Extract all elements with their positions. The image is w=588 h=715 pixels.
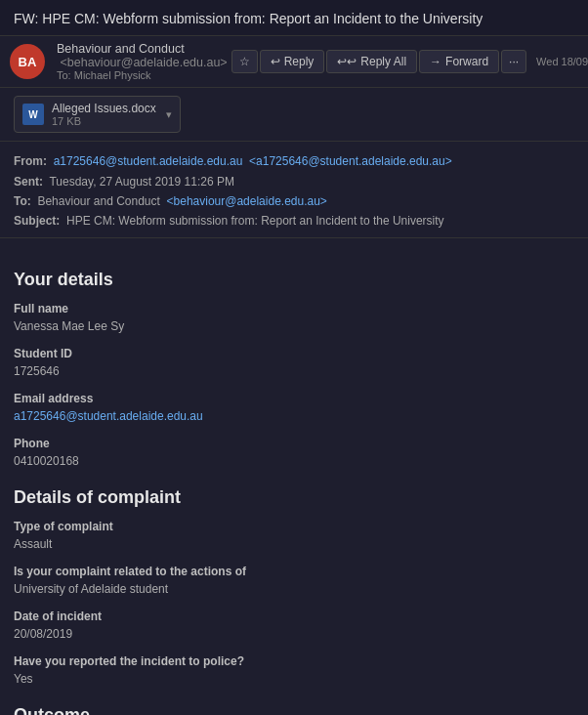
meta-to: To: Behaviour and Conduct <behaviour@ade… [14, 191, 574, 211]
date-label: Date of incident [14, 610, 574, 623]
email-value: a1725646@student.adelaide.edu.au [14, 407, 574, 425]
attachment-info: Alleged Issues.docx 17 KB [52, 102, 156, 127]
type-value: Assault [14, 535, 574, 553]
from-email-display: <a1725646@student.adelaide.edu.au> [249, 154, 452, 168]
sent-label: Sent: [14, 175, 43, 189]
forward-arrow-icon: → [430, 55, 441, 68]
reply-all-arrow-icon: ↩↩ [337, 55, 357, 68]
student-id-label: Student ID [14, 347, 574, 360]
title-bar: FW: HPE CM: Webform submission from: Rep… [0, 0, 588, 36]
full-name-value: Vanessa Mae Lee Sy [14, 317, 574, 335]
word-icon: W [22, 104, 44, 125]
to-label: To: [14, 194, 31, 208]
forward-label: Forward [445, 55, 488, 68]
chevron-down-icon: ▾ [166, 108, 172, 121]
police-value: Yes [14, 670, 574, 688]
star-button[interactable]: ☆ [231, 50, 258, 73]
sender-to: To: Michael Physick [57, 69, 228, 81]
action-buttons: ☆ ↩ Reply ↩↩ Reply All → Forward ··· [231, 50, 526, 73]
to-value: Behaviour and Conduct [37, 194, 159, 208]
meta-sent: Sent: Tuesday, 27 August 2019 11:26 PM [14, 172, 574, 191]
from-email-link[interactable]: a1725646@student.adelaide.edu.au [54, 154, 243, 168]
date-value: 20/08/2019 [14, 625, 574, 643]
meta-from: From: a1725646@student.adelaide.edu.au <… [14, 151, 574, 171]
attachment[interactable]: W Alleged Issues.docx 17 KB ▾ [14, 96, 181, 133]
attachment-size: 17 KB [52, 115, 156, 127]
forward-button[interactable]: → Forward [419, 50, 499, 73]
reply-button[interactable]: ↩ Reply [260, 50, 325, 73]
related-label: Is your complaint related to the actions… [14, 565, 574, 578]
meta-subject: Subject: HPE CM: Webform submission from… [14, 211, 574, 231]
sender-name: Behaviour and Conduct <behaviour@adelaid… [57, 42, 228, 69]
student-id-value: 1725646 [14, 362, 574, 380]
avatar: BA [10, 44, 45, 79]
police-label: Have you reported the incident to police… [14, 654, 574, 668]
complaint-heading: Details of complaint [14, 487, 574, 508]
reply-all-label: Reply All [360, 55, 406, 68]
full-name-label: Full name [14, 302, 574, 315]
your-details-heading: Your details [14, 270, 574, 290]
subject-value: HPE CM: Webform submission from: Report … [66, 214, 444, 228]
subject-label: Subject: [14, 214, 60, 228]
phone-value: 0410020168 [14, 452, 574, 470]
attachment-row: W Alleged Issues.docx 17 KB ▾ [0, 88, 588, 142]
email-body: Your details Full name Vanessa Mae Lee S… [0, 238, 588, 715]
sent-value: Tuesday, 27 August 2019 11:26 PM [49, 175, 233, 189]
attachment-name: Alleged Issues.docx [52, 102, 156, 115]
sender-display-name: Behaviour and Conduct [57, 42, 185, 56]
type-label: Type of complaint [14, 520, 574, 533]
email-link[interactable]: a1725646@student.adelaide.edu.au [14, 409, 203, 423]
reply-label: Reply [284, 55, 315, 68]
phone-label: Phone [14, 437, 574, 450]
timestamp: Wed 18/09/2019 2:00 PM [536, 56, 588, 67]
sender-info: Behaviour and Conduct <behaviour@adelaid… [49, 42, 228, 81]
email-title: FW: HPE CM: Webform submission from: Rep… [14, 10, 574, 27]
outcome-heading: Outcome [14, 705, 574, 715]
related-value: University of Adelaide student [14, 580, 574, 598]
more-button[interactable]: ··· [501, 50, 526, 73]
sender-email-display: <behaviour@adelaide.edu.au> [60, 56, 227, 69]
toolbar: BA Behaviour and Conduct <behaviour@adel… [0, 36, 588, 88]
email-meta: From: a1725646@student.adelaide.edu.au <… [0, 142, 588, 238]
from-label: From: [14, 154, 47, 168]
reply-arrow-icon: ↩ [271, 55, 280, 68]
reply-all-button[interactable]: ↩↩ Reply All [326, 50, 417, 73]
email-label: Email address [14, 392, 574, 405]
to-email-link[interactable]: <behaviour@adelaide.edu.au> [167, 194, 327, 208]
